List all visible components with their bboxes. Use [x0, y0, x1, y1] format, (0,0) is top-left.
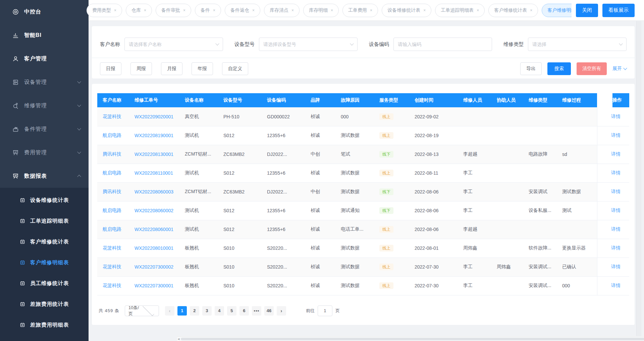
export-button[interactable]: 导出	[520, 62, 542, 75]
view-tab[interactable]: 工单追踪明细表 ×	[435, 4, 485, 17]
scroll-left-arrow-icon[interactable]: ◄	[177, 337, 180, 341]
sidebar-item-console[interactable]: 中控台	[0, 0, 89, 23]
view-tab[interactable]: 设备维修统计表 ×	[382, 4, 431, 17]
detail-link[interactable]: 详情	[611, 151, 621, 157]
sidebar-submenu-item[interactable]: 员工维修统计表	[0, 273, 89, 294]
detail-link[interactable]: 详情	[611, 189, 621, 194]
close-icon[interactable]: ×	[331, 8, 333, 13]
view-tab[interactable]: 备件返仓 ×	[225, 4, 260, 17]
order-link[interactable]: WX202208110001	[135, 170, 173, 176]
customer-link[interactable]: 航启电路	[103, 170, 121, 175]
sidebar-item-customers[interactable]: 客户管理	[0, 47, 89, 70]
customer-name-select[interactable]	[124, 38, 223, 51]
sidebar-submenu-item[interactable]: 设备维修统计表	[0, 190, 89, 211]
detail-link[interactable]: 详情	[611, 132, 621, 138]
customer-link[interactable]: 腾讯科技	[103, 189, 121, 194]
next-page-button[interactable]: ›	[277, 306, 286, 316]
close-icon[interactable]: ×	[114, 8, 116, 13]
clear-all-button[interactable]: 清空所有	[577, 62, 607, 75]
page-number-button[interactable]: 2	[190, 306, 199, 316]
sidebar-item-repairs[interactable]: 维修管理	[0, 94, 89, 117]
search-button[interactable]: 搜索	[547, 62, 571, 75]
close-icon[interactable]: ×	[252, 8, 255, 13]
order-link[interactable]: WX202208010001	[135, 245, 173, 251]
order-link[interactable]: WX202209020001	[135, 114, 173, 119]
view-tab[interactable]: 库存明细 ×	[303, 4, 339, 17]
customer-link[interactable]: 航启电路	[103, 132, 121, 138]
close-icon[interactable]: ×	[530, 8, 532, 13]
goto-page-input[interactable]	[318, 305, 332, 316]
close-icon[interactable]: ×	[423, 8, 426, 13]
page-number-button[interactable]: 1	[177, 306, 187, 316]
sidebar-item-devices[interactable]: 设备管理	[0, 70, 89, 94]
report-period-button[interactable]: 月报	[161, 62, 182, 75]
page-size-select[interactable]: 10条/页	[125, 305, 159, 316]
sidebar-item-parts[interactable]: 备件管理	[0, 117, 89, 141]
detail-link[interactable]: 详情	[611, 170, 621, 175]
device-code-input[interactable]	[398, 42, 488, 47]
board-display-button[interactable]: 看板展示	[602, 4, 635, 17]
device-code-field[interactable]	[393, 38, 492, 51]
view-tab[interactable]: 备件审批 ×	[156, 4, 191, 17]
close-icon[interactable]: ×	[183, 8, 185, 13]
close-icon[interactable]: ×	[291, 8, 294, 13]
sidebar-item-expenses[interactable]: 费用管理	[0, 141, 89, 164]
device-model-input[interactable]	[263, 42, 351, 47]
sidebar-submenu-item[interactable]: 工单追踪明细表	[0, 211, 89, 231]
report-period-button[interactable]: 自定义	[222, 62, 248, 75]
report-period-button[interactable]: 周报	[130, 62, 152, 75]
page-number-button[interactable]: 46	[264, 306, 274, 316]
repair-type-input[interactable]	[532, 42, 620, 47]
customer-name-input[interactable]	[129, 42, 216, 47]
customer-link[interactable]: 航启电路	[103, 208, 121, 213]
repair-type-select[interactable]	[528, 38, 627, 51]
page-number-button[interactable]: 4	[215, 306, 224, 316]
close-icon[interactable]: ×	[370, 8, 372, 13]
customer-link[interactable]: 花篮科技	[103, 114, 121, 119]
sidebar-item-bi[interactable]: 智能BI	[0, 23, 89, 47]
order-link[interactable]: WX202207300001	[135, 283, 173, 288]
order-link[interactable]: WX202208190001	[135, 133, 173, 138]
close-icon[interactable]: ×	[477, 8, 479, 13]
report-period-button[interactable]: 年报	[192, 62, 213, 75]
close-icon[interactable]: ×	[144, 8, 146, 13]
customer-link[interactable]: 腾讯科技	[103, 151, 121, 157]
detail-link[interactable]: 详情	[611, 208, 621, 213]
customer-link[interactable]: 花篮科技	[103, 264, 121, 269]
horizontal-scrollbar-thumb[interactable]	[181, 338, 644, 340]
device-model-select[interactable]	[259, 38, 358, 51]
sidebar-submenu-item[interactable]: 客户维修明细表	[0, 252, 89, 273]
order-link[interactable]: WX202207300002	[135, 264, 173, 270]
page-number-button[interactable]: 5	[227, 306, 236, 316]
page-number-button[interactable]: 3	[202, 306, 212, 316]
expand-toggle[interactable]: 展开	[612, 66, 627, 72]
close-icon[interactable]: ×	[213, 8, 215, 13]
view-tab[interactable]: 工单费用 ×	[342, 4, 378, 17]
customer-link[interactable]: 航启电路	[103, 226, 121, 232]
sidebar-submenu-item[interactable]: 客户维修统计表	[0, 231, 89, 252]
detail-link[interactable]: 详情	[611, 245, 621, 250]
customer-link[interactable]: 花篮科技	[103, 283, 121, 288]
sidebar-item-reports[interactable]: 数据报表	[0, 164, 89, 188]
view-tab[interactable]: 仓库 ×	[126, 4, 152, 17]
detail-link[interactable]: 详情	[611, 226, 621, 232]
order-link[interactable]: WX202208060001	[135, 227, 173, 232]
order-link[interactable]: WX202208060002	[135, 208, 173, 213]
page-number-button[interactable]: 6	[239, 306, 249, 316]
page-number-button[interactable]: •••	[252, 306, 261, 316]
view-tab[interactable]: 备件 ×	[195, 4, 221, 17]
prev-page-button[interactable]: ‹	[165, 306, 174, 316]
order-link[interactable]: WX202208060003	[135, 189, 173, 194]
view-tab[interactable]: 客户维修统计表 ×	[488, 4, 538, 17]
order-link[interactable]: WX202208130001	[135, 152, 173, 157]
view-tab[interactable]: 客户维修明细表 ×	[542, 4, 572, 17]
detail-link[interactable]: 详情	[611, 264, 621, 269]
vertical-scrollbar[interactable]	[636, 21, 641, 336]
detail-link[interactable]: 详情	[611, 283, 621, 288]
view-tab[interactable]: 库存清点 ×	[264, 4, 300, 17]
report-period-button[interactable]: 日报	[100, 62, 121, 75]
customer-link[interactable]: 花篮科技	[103, 245, 121, 250]
close-tabs-button[interactable]: 关闭	[576, 4, 598, 17]
detail-link[interactable]: 详情	[611, 114, 621, 119]
view-tab[interactable]: 费用类型 ×	[87, 4, 122, 17]
